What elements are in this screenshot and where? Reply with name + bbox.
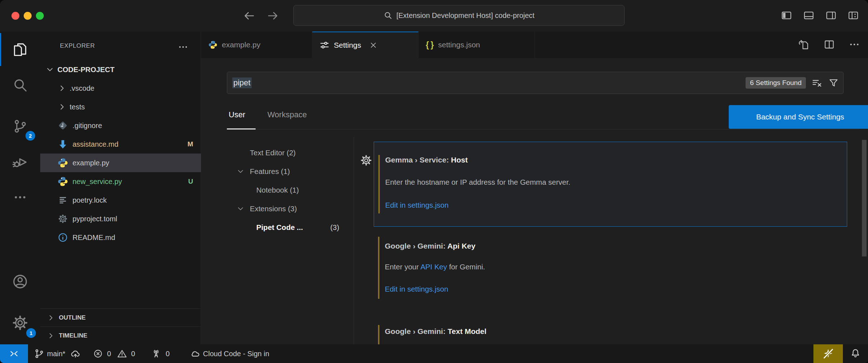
tree-item-tests[interactable]: tests: [40, 98, 201, 116]
python-file-icon: [57, 157, 68, 168]
tree-item-vscode[interactable]: .vscode: [40, 79, 201, 98]
api-key-link[interactable]: API Key: [420, 263, 447, 271]
customize-layout-icon[interactable]: [847, 9, 859, 22]
toc-item-extensions[interactable]: Extensions (3): [201, 199, 354, 218]
edit-in-settings-json-link[interactable]: Edit in settings.json: [385, 201, 840, 209]
tree-item-example-py[interactable]: example.py: [40, 154, 201, 172]
ports-status[interactable]: 0: [151, 348, 169, 359]
tree-item-new-service-py[interactable]: new_service.py U: [40, 172, 201, 191]
more-views-icon[interactable]: [0, 179, 40, 215]
editor-more-actions-icon[interactable]: [849, 39, 860, 50]
cloud-code-label: Cloud Code - Sign in: [203, 350, 270, 358]
toc-label: Notebook: [256, 186, 288, 194]
chevron-right-icon: [57, 102, 67, 112]
tab-settings[interactable]: Settings: [312, 32, 419, 58]
explorer-more-actions-icon[interactable]: [178, 42, 188, 52]
zoom-window-button[interactable]: [36, 12, 44, 20]
explorer-sidebar: EXPLORER CODE-PROJECT .vscode: [40, 32, 201, 344]
toc-item-pipet-code[interactable]: Pipet Code ... (3): [201, 218, 354, 237]
manage-gear-icon[interactable]: 1: [0, 305, 40, 341]
tree-item-poetry-lock[interactable]: poetry.lock: [40, 191, 201, 209]
publish-sync-icon: [70, 348, 81, 359]
toc-item-notebook[interactable]: Notebook (1): [201, 181, 354, 199]
setting-name: Api Key: [447, 242, 475, 250]
timeline-label: TIMELINE: [59, 332, 87, 339]
file-label: pyproject.toml: [73, 215, 117, 223]
explorer-view-icon[interactable]: [0, 32, 40, 67]
tab-settings-json[interactable]: { } settings.json: [419, 32, 535, 58]
minimize-window-button[interactable]: [24, 12, 32, 20]
cloud-code-status[interactable]: Cloud Code - Sign in: [190, 348, 270, 359]
search-icon: [383, 11, 393, 20]
scope-tab-workspace[interactable]: Workspace: [267, 110, 307, 119]
tree-root-code-project[interactable]: CODE-PROJECT: [40, 60, 201, 79]
run-debug-view-icon[interactable]: [0, 144, 40, 180]
timeline-section-header[interactable]: TIMELINE: [40, 326, 201, 344]
outline-section-header[interactable]: OUTLINE: [40, 308, 201, 326]
settings-search-value: pipet: [232, 77, 252, 88]
json-braces-icon: { }: [426, 40, 434, 50]
git-branch-status[interactable]: main*: [34, 348, 81, 359]
toc-item-text-editor[interactable]: Text Editor (2): [201, 143, 354, 162]
chevron-right-icon: [57, 84, 67, 93]
toc-item-features[interactable]: Features (1): [201, 162, 354, 181]
toggle-secondary-sidebar-icon[interactable]: [825, 9, 837, 22]
tree-item-pyproject-toml[interactable]: pyproject.toml: [40, 209, 201, 228]
info-file-icon: [57, 232, 68, 243]
toggle-primary-sidebar-icon[interactable]: [780, 9, 793, 22]
toc-label: Extensions: [250, 204, 286, 213]
settings-scrollbar[interactable]: [862, 140, 867, 256]
command-center[interactable]: [Extension Development Host] code-projec…: [293, 5, 625, 26]
tab-bar: example.py Settings { }: [201, 32, 868, 58]
git-modified-badge: M: [187, 140, 193, 148]
navigate-forward-icon[interactable]: [266, 9, 279, 22]
setting-description: Enter the hostname or IP address for the…: [385, 178, 840, 187]
setting-row-google-gemini-api-key[interactable]: Google › Gemini: Api Key Enter your API …: [374, 231, 847, 307]
filter-settings-icon[interactable]: [828, 77, 839, 88]
tab-label: settings.json: [438, 41, 480, 49]
edit-in-settings-json-link[interactable]: Edit in settings.json: [385, 285, 840, 293]
git-untracked-badge: U: [188, 178, 193, 185]
setting-row-gemma-service-host[interactable]: Gemma › Service: Host Enter the hostname…: [374, 142, 847, 227]
settings-sliders-icon: [319, 40, 330, 50]
split-editor-icon[interactable]: [823, 39, 835, 50]
cloud-icon: [190, 348, 201, 359]
search-view-icon[interactable]: [0, 67, 40, 103]
problems-status[interactable]: 0 0: [93, 349, 135, 359]
scope-tab-user[interactable]: User: [229, 110, 245, 119]
status-bar: main* 0 0: [0, 344, 868, 363]
toggle-panel-icon[interactable]: [803, 9, 815, 22]
tree-item-readme-md[interactable]: README.md: [40, 228, 201, 247]
setting-name: Host: [451, 156, 468, 164]
tree-item-gitignore[interactable]: .gitignore: [40, 116, 201, 135]
navigate-back-icon[interactable]: [243, 9, 256, 22]
settings-editor: pipet 6 Settings Found: [201, 58, 868, 344]
remote-indicator[interactable]: [0, 344, 28, 363]
open-settings-json-icon[interactable]: [798, 39, 810, 50]
close-tab-icon[interactable]: [369, 41, 378, 50]
close-window-button[interactable]: [11, 12, 19, 20]
tree-item-assistance-md[interactable]: assistance.md M: [40, 135, 201, 154]
root-folder-label: CODE-PROJECT: [57, 66, 115, 74]
outline-label: OUTLINE: [59, 314, 86, 321]
settings-scope-bar: User Workspace Backup and Sync Settings: [227, 105, 859, 129]
code-assist-spark-slash-button[interactable]: [813, 344, 843, 363]
radio-tower-icon: [151, 348, 162, 359]
editor-group: example.py Settings { }: [201, 32, 868, 344]
file-label: poetry.lock: [73, 196, 107, 204]
notifications-bell-icon[interactable]: [843, 344, 868, 363]
setting-description: Enter your: [385, 263, 420, 271]
accounts-icon[interactable]: [0, 264, 40, 300]
clear-settings-search-icon[interactable]: [812, 77, 822, 88]
file-label: .gitignore: [73, 122, 102, 130]
chevron-right-icon: [47, 314, 55, 322]
backup-sync-settings-button[interactable]: Backup and Sync Settings: [729, 105, 868, 129]
lock-file-icon: [57, 195, 68, 206]
title-bar: [Extension Development Host] code-projec…: [0, 0, 868, 32]
tab-example-py[interactable]: example.py: [201, 32, 312, 58]
setting-row-google-gemini-text-model[interactable]: Google › Gemini: Text Model: [374, 324, 847, 344]
source-control-view-icon[interactable]: 2: [0, 108, 40, 144]
settings-search-input[interactable]: pipet 6 Settings Found: [227, 72, 844, 94]
toc-count: (1): [281, 167, 290, 176]
setting-actions-gear-icon[interactable]: [360, 154, 372, 166]
